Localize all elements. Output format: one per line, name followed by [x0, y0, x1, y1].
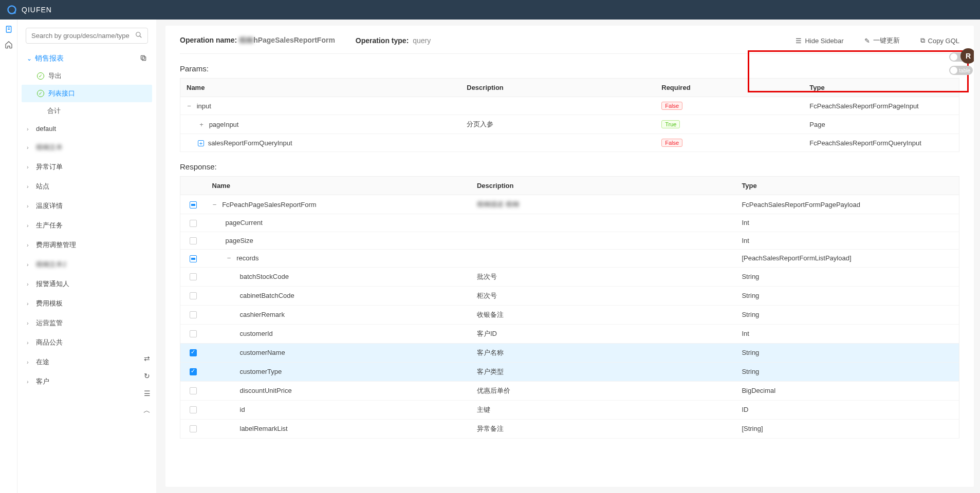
chevron-right-icon: ›: [27, 183, 32, 189]
field-type: String: [735, 362, 959, 381]
tree-section-label: 温度详情: [36, 201, 63, 211]
tree-section-label: 商品公共: [36, 338, 63, 347]
tree-section[interactable]: ›default: [22, 120, 152, 138]
tree-item-list-api[interactable]: 列表接口: [22, 85, 152, 102]
expand-icon[interactable]: −: [211, 201, 218, 208]
svg-point-3: [136, 32, 140, 36]
param-desc: [460, 97, 655, 115]
param-name: input: [197, 102, 211, 110]
operation-name-blur: 模糊: [239, 36, 253, 44]
tree-group-sales-report[interactable]: ⌄ 销售报表: [22, 50, 152, 67]
field-name: cabinetBatchCode: [240, 292, 294, 299]
tree-section-label: 运营监管: [36, 318, 63, 328]
tree-section[interactable]: ›费用模板: [22, 294, 152, 313]
content-card: R diff table Operation name: 模糊hPageSale…: [165, 26, 974, 487]
refresh-icon[interactable]: ↻: [142, 371, 152, 381]
chevron-right-icon: ›: [27, 339, 32, 346]
expand-icon[interactable]: +: [198, 121, 205, 128]
th-type: Type: [803, 79, 959, 97]
tree-section[interactable]: ›费用调整管理: [22, 235, 152, 255]
action-label: Hide Sidebar: [805, 37, 843, 45]
field-desc: 批次号: [477, 273, 497, 280]
toggle-label: table: [959, 68, 970, 73]
row-checkbox[interactable]: [190, 349, 197, 356]
chevron-right-icon: ›: [27, 203, 32, 209]
param-desc: [460, 134, 655, 152]
table-row: + pageInput 分页入参 True Page: [180, 115, 959, 134]
top-header: QIUFEN: [0, 0, 980, 20]
row-checkbox[interactable]: [190, 311, 197, 318]
tree-section-label: 报警通知人: [36, 279, 69, 289]
home-icon[interactable]: [4, 40, 13, 49]
search-input[interactable]: [31, 32, 135, 40]
tree-section[interactable]: ›生产任务: [22, 216, 152, 235]
table-row: + salesReportFormQueryInput False FcPeac…: [180, 134, 959, 152]
tree-section-label: 模糊文本: [36, 143, 63, 152]
svg-rect-1: [14, 12, 15, 13]
table-row: customerName 客户名称 String: [180, 343, 959, 362]
tree-section[interactable]: ›模糊文本: [22, 138, 152, 157]
hide-sidebar-button[interactable]: ☰Hide Sidebar: [796, 37, 843, 45]
chevron-right-icon: ›: [27, 126, 32, 132]
table-row: − input False FcPeachSalesReportFormPage…: [180, 97, 959, 115]
row-checkbox[interactable]: [190, 201, 197, 208]
chevron-right-icon: ›: [27, 359, 32, 365]
tree-section[interactable]: ›温度详情: [22, 196, 152, 216]
required-tag: False: [661, 102, 682, 110]
th-req: Required: [655, 79, 803, 97]
row-checkbox[interactable]: [190, 237, 197, 244]
chevron-right-icon: ›: [27, 222, 32, 229]
row-checkbox[interactable]: [190, 292, 197, 299]
refresh-button[interactable]: ✎一键更新: [864, 36, 900, 45]
table-toggle[interactable]: table: [949, 66, 973, 75]
row-checkbox[interactable]: [190, 406, 197, 413]
avatar[interactable]: R: [960, 48, 974, 64]
field-name: pageCurrent: [226, 219, 263, 226]
transfer-icon[interactable]: ⇄: [142, 353, 152, 364]
row-checkbox[interactable]: [190, 387, 197, 394]
indent-icon[interactable]: ☰: [142, 388, 152, 399]
field-type: BigDecimal: [735, 381, 959, 400]
tree-section[interactable]: ›客户: [22, 372, 152, 391]
search-box[interactable]: [26, 28, 148, 44]
chevron-right-icon: ›: [27, 164, 32, 170]
tree-section[interactable]: ›模糊文本2: [22, 255, 152, 274]
row-checkbox[interactable]: [190, 330, 197, 337]
response-title: Response:: [180, 162, 959, 171]
field-type: ID: [735, 400, 959, 419]
copy-icon[interactable]: [140, 54, 147, 63]
row-checkbox[interactable]: [190, 273, 197, 280]
document-icon[interactable]: [4, 25, 13, 34]
field-type: [String]: [735, 419, 959, 438]
row-checkbox[interactable]: [190, 425, 197, 432]
copy-gql-button[interactable]: ⧉Copy GQL: [920, 36, 959, 45]
row-checkbox[interactable]: [190, 368, 197, 375]
row-checkbox[interactable]: [190, 220, 197, 227]
tree-item-total[interactable]: 合计: [22, 102, 152, 120]
row-checkbox[interactable]: [190, 255, 197, 262]
field-name: records: [236, 254, 258, 262]
action-label: Copy GQL: [928, 37, 959, 45]
main-area: R diff table Operation name: 模糊hPageSale…: [156, 20, 980, 493]
field-type: Int: [735, 232, 959, 250]
chevron-up-icon[interactable]: ︿: [142, 406, 152, 416]
field-desc: 客户类型: [477, 368, 504, 375]
tree-section[interactable]: ›商品公共: [22, 333, 152, 352]
tree-section-label: 费用调整管理: [36, 240, 76, 250]
tree-section-label: 在途: [36, 357, 49, 367]
tree-item-export[interactable]: 导出: [22, 67, 152, 85]
tree-group-label: 销售报表: [35, 54, 64, 63]
tree-section[interactable]: ›异常订单: [22, 157, 152, 177]
expand-icon[interactable]: −: [226, 254, 233, 262]
operation-type-value: query: [413, 36, 431, 45]
expand-icon[interactable]: −: [186, 102, 193, 110]
param-name: salesReportFormQueryInput: [208, 139, 292, 147]
expand-icon[interactable]: +: [198, 140, 204, 146]
chevron-down-icon: ⌄: [27, 55, 32, 62]
tree-section[interactable]: ›报警通知人: [22, 274, 152, 294]
chevron-right-icon: ›: [27, 144, 32, 150]
icon-rail: [0, 20, 17, 493]
tree-section[interactable]: ›在途: [22, 352, 152, 372]
tree-section[interactable]: ›站点: [22, 177, 152, 196]
tree-section[interactable]: ›运营监管: [22, 313, 152, 333]
